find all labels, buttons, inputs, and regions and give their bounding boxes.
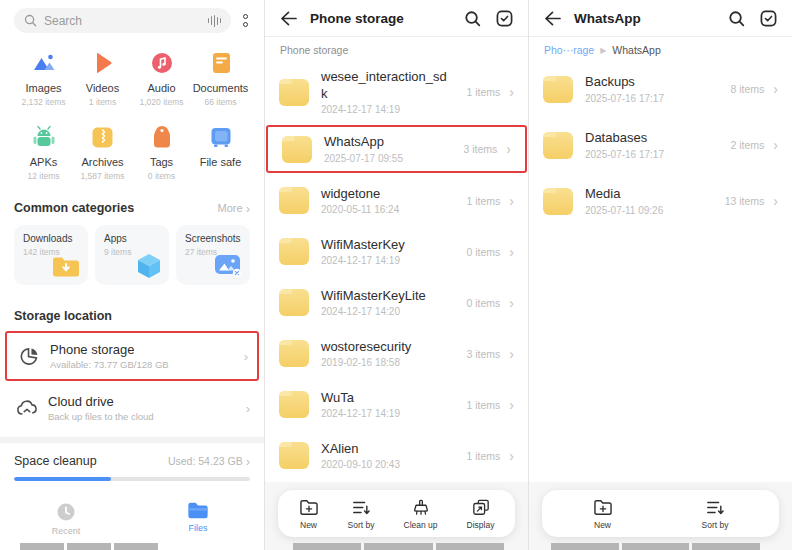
more-link[interactable]: More — [218, 202, 243, 214]
cloud-drive-subtitle: Back up files to the cloud — [48, 411, 243, 422]
folder-row-whatsapp[interactable]: WhatsApp2025-07-17 09:55 3 items› — [268, 127, 525, 171]
card-label: Downloads — [23, 233, 88, 244]
card-label: Apps — [104, 233, 169, 244]
phone-storage-label: Phone storage — [50, 342, 241, 357]
folder-row[interactable]: widgetone2020-05-11 16:24 1 items› — [265, 175, 528, 226]
folder-row[interactable]: wostoresecurity2019-02-16 18:58 3 items› — [265, 328, 528, 379]
sort-by-button[interactable]: Sort by — [702, 499, 729, 530]
files-folder-icon — [187, 501, 209, 520]
select-mode-icon[interactable] — [760, 10, 777, 27]
search-icon[interactable] — [728, 10, 745, 27]
cloud-drive-row[interactable]: Cloud drive Back up files to the cloud › — [14, 385, 250, 431]
folder-icon — [543, 132, 573, 159]
more-options-icon[interactable] — [241, 12, 250, 29]
archives-icon — [91, 123, 114, 151]
clean-up-button[interactable]: Clean up — [404, 499, 438, 530]
space-used-value: Used: 54.23 GB — [168, 455, 243, 467]
item-count: 0 items — [466, 297, 500, 309]
folder-row[interactable]: WifiMasterKeyLite2024-12-17 14:20 0 item… — [265, 277, 528, 328]
category-count: 2,132 items — [22, 97, 66, 107]
select-mode-icon[interactable] — [496, 10, 513, 27]
item-count: 8 items — [730, 83, 764, 95]
card-apps[interactable]: Apps 9 items — [95, 225, 169, 285]
category-file-safe[interactable]: File safe — [191, 123, 250, 181]
category-count: 0 items — [148, 171, 175, 181]
chevron-right-icon: › — [773, 138, 778, 152]
new-button[interactable]: New — [299, 499, 319, 530]
space-cleanup-row[interactable]: Space cleanup Used: 54.23 GB › — [14, 454, 250, 468]
category-label: Images — [25, 82, 61, 94]
sort-icon — [705, 499, 725, 516]
folder-row[interactable]: Backups2025-07-16 17:17 8 items› — [529, 61, 792, 117]
chevron-right-icon: › — [246, 402, 250, 415]
folder-name: wesee_interaction_sdk — [321, 69, 447, 102]
category-documents[interactable]: Documents 66 items — [191, 49, 250, 107]
tab-files[interactable]: Files — [132, 501, 264, 536]
folder-row[interactable]: WuTa2024-12-17 14:19 1 items› — [265, 379, 528, 430]
home-screen: Search Images 2,132 items Videos 1 items… — [0, 0, 264, 550]
phone-storage-subtitle: Available: 73.77 GB/128 GB — [50, 359, 241, 370]
category-archives[interactable]: Archives 1,587 items — [73, 123, 132, 181]
folder-row[interactable]: XAlien2020-09-10 20:43 1 items› — [265, 430, 528, 481]
folder-row[interactable]: WifiMasterKey2024-12-17 14:19 0 items› — [265, 226, 528, 277]
thumbnail-strip — [20, 543, 158, 550]
category-videos[interactable]: Videos 1 items — [73, 49, 132, 107]
tool-label: New — [300, 520, 317, 530]
category-audio[interactable]: Audio 1,020 items — [132, 49, 191, 107]
downloads-folder-icon — [51, 255, 81, 279]
tab-recent[interactable]: Recent — [0, 501, 132, 536]
chevron-right-icon: › — [509, 398, 514, 412]
category-tags[interactable]: Tags 0 items — [132, 123, 191, 181]
tool-label: Sort by — [702, 520, 729, 530]
breadcrumb-current: Phone storage — [280, 44, 348, 56]
voice-search-icon[interactable] — [208, 15, 222, 27]
tool-label: Sort by — [348, 520, 375, 530]
category-label: APKs — [30, 156, 58, 168]
category-count: 1 items — [89, 97, 116, 107]
breadcrumb-current: WhatsApp — [612, 44, 660, 56]
display-button[interactable]: Display — [467, 499, 495, 530]
tab-label: Recent — [52, 526, 81, 536]
new-folder-icon — [593, 499, 613, 516]
sort-by-button[interactable]: Sort by — [348, 499, 375, 530]
phone-storage-screen: Phone storage Phone storage wesee_intera… — [264, 0, 528, 550]
item-count: 3 items — [463, 143, 497, 155]
back-icon[interactable] — [280, 11, 297, 26]
phone-storage-row[interactable]: Phone storage Available: 73.77 GB/128 GB… — [16, 333, 248, 379]
card-label: Screenshots — [185, 233, 250, 244]
item-count: 0 items — [466, 246, 500, 258]
item-count: 13 items — [725, 195, 765, 207]
broom-icon — [412, 499, 430, 516]
category-count: 66 items — [204, 97, 236, 107]
new-button[interactable]: New — [593, 499, 613, 530]
chevron-right-icon: › — [509, 449, 514, 463]
item-count: 1 items — [466, 450, 500, 462]
breadcrumb-parent-link[interactable]: Pho⋯rage — [544, 44, 594, 56]
chevron-right-icon: › — [509, 85, 514, 99]
pie-chart-icon — [16, 346, 42, 367]
search-icon[interactable] — [464, 10, 481, 27]
chevron-right-icon: › — [509, 347, 514, 361]
folder-row[interactable]: Media2025-07-11 09:26 13 items› — [529, 173, 792, 229]
card-downloads[interactable]: Downloads 142 items — [14, 225, 88, 285]
category-label: File safe — [200, 156, 242, 168]
category-apks[interactable]: APKs 12 items — [14, 123, 73, 181]
folder-date: 2025-07-16 17:17 — [585, 93, 730, 104]
category-label: Documents — [193, 82, 249, 94]
back-icon[interactable] — [544, 11, 561, 26]
item-count: 1 items — [466, 195, 500, 207]
category-images[interactable]: Images 2,132 items — [14, 49, 73, 107]
file-safe-icon — [209, 123, 233, 151]
category-label: Archives — [81, 156, 123, 168]
folder-name: Backups — [585, 74, 711, 90]
bottom-toolbar: New Sort by — [542, 490, 779, 537]
search-input[interactable]: Search — [14, 8, 231, 33]
folder-row[interactable]: wesee_interaction_sdk2024-12-17 14:19 1 … — [265, 61, 528, 123]
chevron-right-icon: › — [246, 455, 250, 468]
screen-title: Phone storage — [310, 11, 449, 26]
folder-row[interactable]: Databases2025-07-16 17:17 2 items› — [529, 117, 792, 173]
display-icon — [472, 499, 490, 516]
item-count: 3 items — [466, 348, 500, 360]
card-screenshots[interactable]: Screenshots 27 items — [176, 225, 250, 285]
category-count: 1,020 items — [140, 97, 184, 107]
